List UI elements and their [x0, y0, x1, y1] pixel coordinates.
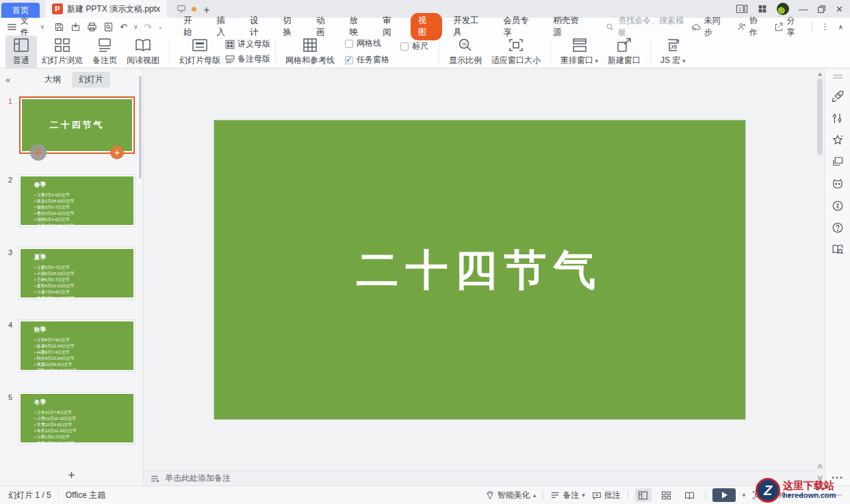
- slide-title-text[interactable]: 二十四节气: [357, 241, 603, 299]
- slide-master-button[interactable]: 幻灯片母版: [175, 36, 225, 68]
- notes-master-button[interactable]: 备注母版: [225, 53, 270, 65]
- sidebar-drag-handle[interactable]: [833, 75, 842, 79]
- sync-status[interactable]: 未同步: [691, 15, 728, 38]
- js-macro-button[interactable]: JS JS 宏 ▾: [656, 36, 690, 68]
- notes-master-label: 备注母版: [237, 53, 270, 65]
- slide-canvas[interactable]: 二十四节气: [144, 69, 815, 470]
- watermark-logo: Z: [756, 478, 780, 503]
- effects-star-icon[interactable]: [829, 132, 846, 148]
- menu-tab-视图[interactable]: 视图: [411, 13, 443, 40]
- collaborate-button[interactable]: 协作: [737, 15, 765, 38]
- statusbar: 幻灯片 1 / 5 Office 主题 智能美化 ▴ 备注 ▾ 批注: [0, 486, 850, 504]
- notes-bar[interactable]: 单击此处添加备注: [144, 470, 815, 486]
- properties-icon[interactable]: [829, 110, 846, 127]
- slide-thumbnail[interactable]: 春季立春2月3-5日交节雨水2月18-20日交节惊蛰3月5-7日交节春分3月20…: [19, 175, 135, 226]
- more-menu-icon[interactable]: ⋮: [821, 22, 829, 31]
- status-view-reading[interactable]: [682, 488, 698, 502]
- slide-thumbnail[interactable]: 秋季立秋8月7-9日交节处暑8月22-24日交节白露9月7-9日交节秋分9月22…: [19, 320, 135, 371]
- print-preview-icon[interactable]: [103, 22, 114, 32]
- play-options-icon[interactable]: ▾: [743, 492, 746, 499]
- menu-tab-放映[interactable]: 放映: [342, 13, 375, 40]
- thumbnail-bullets: 立冬11月7-8日交节小雪11月22-23日交节大雪12月6-8日交节冬至12月…: [34, 410, 128, 447]
- ruler-checkbox[interactable]: 标尺: [400, 40, 428, 52]
- save-icon[interactable]: [54, 22, 64, 32]
- fit-window-button[interactable]: 适应窗口大小: [487, 36, 545, 68]
- layers-icon[interactable]: [829, 154, 846, 170]
- current-slide[interactable]: 二十四节气: [214, 120, 745, 419]
- divider: [550, 40, 551, 64]
- menu-tab-审阅[interactable]: 审阅: [374, 13, 408, 40]
- help-icon[interactable]: [829, 220, 846, 236]
- collapse-ribbon-icon[interactable]: ∧: [838, 23, 843, 31]
- undo-dropdown-icon[interactable]: ∨: [133, 23, 138, 30]
- handout-master-button[interactable]: 讲义母版: [225, 38, 270, 50]
- canvas-column: 二十四节气 单击此处添加备注: [144, 69, 815, 486]
- taskpane-checkbox[interactable]: 任务窗格: [345, 54, 389, 66]
- view-normal-button[interactable]: 普通: [5, 36, 37, 68]
- notes-toggle-button[interactable]: 备注 ▾: [550, 490, 585, 501]
- slide-thumbnail[interactable]: 夏季立夏5月5-7日交节小满5月20-22日交节芒种6月5-7日交节夏至6月21…: [19, 248, 135, 299]
- comments-button[interactable]: 批注: [592, 490, 621, 501]
- grid-guides-button[interactable]: 网格和参考线: [281, 36, 339, 68]
- user-avatar[interactable]: [777, 3, 789, 15]
- customize-qat-icon[interactable]: ⌄: [157, 23, 163, 30]
- quick-add-slide-button[interactable]: +: [110, 146, 124, 159]
- share-button[interactable]: 分享: [774, 15, 802, 38]
- new-window-button[interactable]: 新建窗口: [603, 36, 645, 68]
- chevron-down-icon: ▾: [593, 57, 598, 64]
- document-tab[interactable]: P 新建 PPTX 演示文稿.pptx: [45, 0, 167, 18]
- scroll-up-icon[interactable]: ▲: [815, 70, 825, 77]
- skin-icon[interactable]: [829, 176, 846, 192]
- gridlines-checkbox[interactable]: 网格线: [345, 38, 389, 49]
- search-icon: [606, 23, 615, 31]
- ruler-label: 标尺: [412, 40, 428, 52]
- play-slideshow-button[interactable]: [712, 488, 736, 502]
- view-notes-page-button[interactable]: 备注页: [88, 36, 122, 68]
- view-sorter-button[interactable]: 幻灯片浏览: [37, 36, 88, 68]
- slide-thumbnail[interactable]: 冬季立冬11月7-8日交节小雪11月22-23日交节大雪12月6-8日交节冬至1…: [19, 393, 135, 444]
- new-window-label: 新建窗口: [608, 55, 641, 66]
- minimize-button[interactable]: —: [799, 4, 808, 14]
- arrange-windows-button[interactable]: 重排窗口 ▾: [556, 36, 603, 68]
- status-view-normal[interactable]: [635, 488, 652, 502]
- slide-thumbnail-row: 1二十四节气+: [8, 96, 135, 154]
- quick-tools-icon[interactable]: [829, 88, 846, 105]
- divider: [439, 40, 439, 64]
- restore-button[interactable]: [817, 5, 826, 14]
- tab-switcher-icon[interactable]: 1: [736, 4, 748, 14]
- tab-outline[interactable]: 大纲: [38, 72, 68, 88]
- tab-slides[interactable]: 幻灯片: [72, 72, 110, 88]
- quick-access-toolbar: ↶∨ ↷ ⌄: [54, 22, 163, 32]
- comments-label: 批注: [604, 490, 621, 501]
- command-search[interactable]: 查找命令、搜索模板: [606, 15, 691, 38]
- status-view-sorter[interactable]: [658, 488, 675, 502]
- canvas-scrollbar[interactable]: ▲: [815, 69, 825, 486]
- slide-thumbnail-row: 5冬季立冬11月7-8日交节小雪11月22-23日交节大雪12月6-8日交节冬至…: [8, 393, 135, 444]
- play-from-slide-button[interactable]: [30, 144, 47, 161]
- resource-book-icon[interactable]: [829, 241, 846, 258]
- scrollbar-thumb[interactable]: [817, 79, 823, 155]
- slide-thumbnail-selected[interactable]: 二十四节气+: [19, 96, 135, 154]
- print-icon[interactable]: [87, 22, 97, 32]
- collapse-panel-icon[interactable]: «: [5, 75, 10, 85]
- divider: [650, 40, 651, 64]
- panel-scrollbar[interactable]: [139, 76, 142, 178]
- display-ratio-button[interactable]: % 显示比例: [444, 36, 487, 68]
- view-reading-button[interactable]: 阅读视图: [122, 36, 164, 68]
- smart-beautify-button[interactable]: 智能美化 ▴: [485, 490, 537, 501]
- close-button[interactable]: ✕: [836, 4, 843, 14]
- chevron-down-icon: ▾: [680, 57, 685, 64]
- export-icon[interactable]: [70, 22, 81, 32]
- apps-grid-icon[interactable]: [758, 4, 767, 14]
- slide-thumbnail-row: 3夏季立夏5月5-7日交节小满5月20-22日交节芒种6月5-7日交节夏至6月2…: [8, 248, 135, 299]
- redo-icon[interactable]: ↷: [144, 22, 152, 32]
- slide-counter: 幻灯片 1 / 5: [8, 490, 51, 501]
- statusbar-left: 幻灯片 1 / 5 Office 主题: [8, 490, 105, 501]
- add-slide-button[interactable]: +: [0, 465, 143, 486]
- previous-slide-icon[interactable]: [816, 463, 823, 470]
- coin-icon[interactable]: [829, 198, 846, 214]
- file-menu[interactable]: 文件 ∨: [7, 15, 44, 38]
- play-icon: [722, 492, 727, 499]
- undo-icon[interactable]: ↶: [120, 22, 127, 32]
- menu-tab-设计[interactable]: 设计: [242, 13, 275, 40]
